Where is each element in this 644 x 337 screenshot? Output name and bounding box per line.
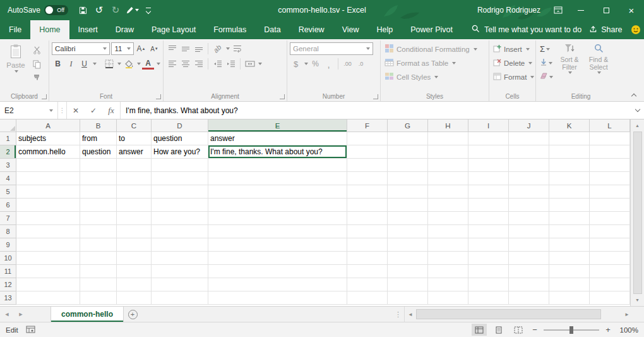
column-header-h[interactable]: H [428, 119, 468, 132]
font-color-dropdown-arrow[interactable] [157, 63, 160, 65]
cell[interactable] [117, 172, 152, 185]
wrap-text-icon[interactable] [231, 42, 243, 55]
cell[interactable] [468, 132, 509, 145]
insert-function-button[interactable]: fx [102, 102, 120, 119]
formula-input[interactable]: I'm fine, thanks. What about you? [120, 102, 631, 119]
cell[interactable] [117, 225, 152, 238]
cell[interactable] [590, 172, 630, 185]
cell[interactable] [549, 291, 590, 305]
cell[interactable] [549, 145, 590, 159]
cell[interactable] [468, 145, 509, 159]
column-header-i[interactable]: I [468, 119, 509, 132]
cell-e2-active[interactable]: I'm fine, thanks. What about you? [208, 145, 347, 159]
cell[interactable] [117, 185, 152, 199]
paste-button[interactable]: Paste [3, 42, 29, 83]
vertical-scrollbar[interactable]: ▲ ▼ [630, 119, 644, 306]
cell[interactable] [208, 199, 347, 212]
row-header-6[interactable]: 6 [0, 199, 16, 212]
column-header-e[interactable]: E [208, 119, 347, 132]
cell[interactable] [347, 252, 388, 265]
collapse-ribbon-icon[interactable] [629, 91, 639, 99]
fill-color-button[interactable] [122, 58, 134, 70]
cell[interactable] [468, 225, 509, 238]
cell[interactable] [388, 172, 428, 185]
find-select-button[interactable]: Find & Select [585, 42, 612, 83]
cell[interactable] [117, 278, 152, 291]
cell[interactable] [468, 278, 509, 291]
maximize-button[interactable] [593, 0, 619, 20]
number-format-select[interactable]: General [290, 42, 373, 55]
cell[interactable] [80, 252, 117, 265]
cell[interactable] [208, 291, 347, 305]
cell-styles-button[interactable]: Cell Styles [383, 70, 486, 83]
format-painter-icon[interactable] [30, 73, 43, 83]
cell[interactable] [80, 172, 117, 185]
borders-dropdown-arrow[interactable] [117, 63, 121, 65]
cell[interactable] [428, 238, 468, 252]
cell[interactable] [509, 145, 549, 159]
cell[interactable] [549, 238, 590, 252]
column-header-d[interactable]: D [152, 119, 208, 132]
cell[interactable] [388, 159, 428, 172]
cell[interactable] [16, 212, 80, 225]
tab-draw[interactable]: Draw [107, 20, 143, 39]
cell[interactable] [347, 212, 388, 225]
top-align-icon[interactable] [166, 42, 178, 55]
minimize-button[interactable] [568, 0, 593, 20]
cell[interactable] [549, 265, 590, 278]
tell-me-search[interactable]: Tell me what you want to do [472, 20, 581, 39]
delete-cells-button[interactable]: Delete [492, 56, 533, 70]
borders-button[interactable] [103, 58, 115, 70]
cell[interactable] [80, 238, 117, 252]
comma-style-button[interactable]: , [323, 58, 335, 70]
cell[interactable] [152, 291, 208, 305]
cell[interactable] [549, 159, 590, 172]
cell[interactable] [388, 265, 428, 278]
merge-center-icon[interactable] [244, 58, 256, 70]
fill-color-dropdown-arrow[interactable] [137, 63, 141, 65]
cell[interactable] [509, 278, 549, 291]
cell[interactable] [347, 199, 388, 212]
redo-button[interactable]: ↻ [107, 2, 124, 18]
autosum-button[interactable]: Σ [539, 43, 554, 55]
cell[interactable] [208, 159, 347, 172]
decrease-indent-icon[interactable] [212, 58, 224, 70]
tab-scrollbar-splitter[interactable]: ⋮ [392, 307, 404, 322]
underline-button[interactable]: U [78, 58, 90, 70]
sheet-nav-right-icon[interactable]: ► [14, 307, 28, 322]
cell[interactable] [549, 212, 590, 225]
cell[interactable] [347, 172, 388, 185]
column-header-j[interactable]: J [509, 119, 549, 132]
cell[interactable] [388, 132, 428, 145]
cell[interactable] [509, 252, 549, 265]
italic-button[interactable]: I [65, 58, 77, 70]
decrease-decimal-button[interactable]: .0 [355, 58, 367, 70]
cell[interactable] [428, 132, 468, 145]
scroll-down-icon[interactable]: ▼ [632, 295, 643, 305]
cell[interactable] [117, 159, 152, 172]
percent-style-button[interactable]: % [309, 58, 321, 70]
tab-power-pivot[interactable]: Power Pivot [402, 20, 462, 39]
close-button[interactable]: × [619, 0, 644, 20]
cell[interactable] [80, 225, 117, 238]
cell-d2[interactable]: How are you? [152, 145, 208, 159]
row-header-11[interactable]: 11 [0, 265, 16, 278]
cell[interactable] [590, 185, 630, 199]
cell[interactable] [468, 185, 509, 199]
orientation-dropdown-arrow[interactable] [226, 47, 230, 50]
row-header-2[interactable]: 2 [0, 145, 16, 159]
clear-button[interactable] [539, 71, 554, 83]
cell[interactable] [16, 278, 80, 291]
insert-cells-button[interactable]: Insert [492, 42, 533, 56]
save-button[interactable] [75, 2, 91, 18]
cell[interactable] [347, 132, 388, 145]
cell[interactable] [117, 212, 152, 225]
cell[interactable] [509, 172, 549, 185]
cell-a1[interactable]: subjects [16, 132, 80, 145]
align-right-icon[interactable] [193, 58, 205, 70]
font-size-select[interactable]: 11 [111, 42, 134, 55]
cell[interactable] [509, 225, 549, 238]
fill-button[interactable] [539, 57, 554, 69]
column-header-l[interactable]: L [590, 119, 630, 132]
cell[interactable] [208, 238, 347, 252]
